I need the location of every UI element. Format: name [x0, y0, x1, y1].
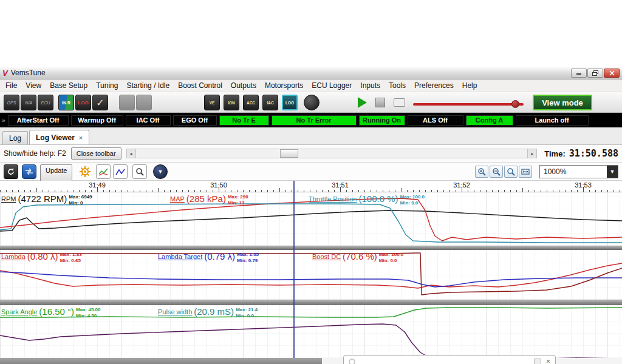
close-toolbar-button[interactable]: Close toolbar — [71, 147, 121, 160]
connect-icon[interactable] — [22, 164, 36, 179]
ecu-icon[interactable]: ECU — [38, 95, 53, 110]
menu-boost-control[interactable]: Boost Control — [174, 80, 227, 91]
menu-inputs[interactable]: Inputs — [356, 80, 384, 91]
maximize-button[interactable] — [587, 69, 603, 78]
minimize-button[interactable] — [571, 69, 587, 78]
ruler-tick — [547, 190, 547, 192]
signal-name[interactable]: Boost DC — [312, 251, 341, 260]
ruler-tick — [613, 190, 614, 192]
ve-table-icon[interactable]: VE — [204, 95, 220, 110]
graph-panel-1[interactable]: RPM(4722 RPM)Max: 6949Min: 0MAP(285 kPa)… — [0, 192, 622, 246]
chat-icon[interactable] — [394, 98, 405, 107]
signal-lambda[interactable]: Lambda(0.80 λ)Max: 1.83Min: 0.65 — [1, 251, 82, 263]
settings-gear-icon[interactable] — [78, 164, 92, 179]
scroll-right-icon[interactable]: ▸ — [527, 149, 536, 158]
signal-name[interactable]: RPM — [1, 194, 16, 203]
signal-name[interactable]: MAP — [170, 194, 185, 203]
ruler-tick — [541, 190, 541, 192]
graph-panel-3[interactable]: Spark Angle(16.50 °)Max: 45.00Min: 4.50P… — [0, 305, 622, 358]
view-mode-button[interactable]: View mode — [533, 95, 592, 110]
menu-outputs[interactable]: Outputs — [227, 80, 261, 91]
signal-name[interactable]: Spark Angle — [1, 306, 37, 315]
zoom-in-icon[interactable] — [475, 166, 488, 178]
signal-map[interactable]: MAP(285 kPa)Max: 290Min: 13 — [170, 194, 248, 206]
zoom-reset-icon[interactable] — [504, 166, 518, 178]
menu-help[interactable]: Help — [458, 80, 482, 91]
acc-table-icon[interactable]: ACC — [243, 95, 259, 110]
menu-base-setup[interactable]: Base Setup — [46, 80, 92, 91]
window-title: VemsTune — [11, 69, 46, 77]
popup-close-icon[interactable]: × — [546, 357, 550, 364]
tab-log[interactable]: Log — [2, 131, 28, 144]
menu-view[interactable]: View — [21, 80, 46, 91]
gauge-slider[interactable] — [413, 103, 524, 106]
log-icon[interactable]: LOG — [75, 95, 91, 110]
na-icon[interactable]: N/A — [21, 95, 36, 110]
stop-icon[interactable] — [375, 98, 385, 107]
title-bar[interactable]: V VemsTune — [0, 67, 622, 79]
iac-table-icon[interactable]: IAC — [262, 95, 278, 110]
signal-boost-dc[interactable]: Boost DC(70.6 %)Max: 100.0Min: 0.0 — [312, 251, 403, 263]
signal-value: (100.0 %) — [358, 194, 398, 204]
chart-icon-1[interactable] — [96, 164, 111, 179]
tab-close-icon[interactable]: × — [79, 134, 83, 141]
gauge-icon-2[interactable] — [136, 95, 152, 110]
menu-file[interactable]: File — [1, 80, 21, 91]
gauge-icon-1[interactable] — [119, 95, 135, 110]
menu-tools[interactable]: Tools — [384, 80, 410, 91]
signal-pulse-width[interactable]: Pulse width(20.9 mS)Max: 21.4Min: 0.0 — [158, 306, 258, 318]
signal-rpm[interactable]: RPM(4722 RPM)Max: 6949Min: 0 — [1, 194, 92, 206]
menu-tuning[interactable]: Tuning — [92, 80, 122, 91]
signal-lambda-target[interactable]: Lambda Target(0.79 λ)Max: 1.05Min: 0.79 — [158, 251, 259, 263]
close-button[interactable] — [604, 69, 620, 78]
bottom-splitter[interactable] — [0, 358, 322, 364]
display-inr-icon[interactable]: IN R — [58, 95, 74, 110]
popup-mini-icon[interactable] — [534, 359, 541, 364]
marker-jump-icon[interactable]: ▼ — [153, 164, 168, 179]
signal-name[interactable]: Pulse width — [158, 306, 192, 315]
zoom-out-icon[interactable] — [490, 166, 503, 178]
menu-ecu-logger[interactable]: ECU Logger — [307, 80, 356, 91]
panel-splitter-2[interactable] — [0, 300, 622, 305]
validate-icon[interactable]: ✓ — [92, 95, 108, 110]
signal-name[interactable]: Throttle Position — [309, 194, 357, 203]
slider-knob[interactable] — [511, 100, 519, 108]
scroll-left-icon[interactable]: ◂ — [127, 149, 136, 158]
ruler-tick — [213, 190, 213, 192]
search-icon[interactable] — [132, 164, 147, 179]
ruler-tick — [24, 190, 25, 192]
menu-preferences[interactable]: Preferences — [410, 80, 458, 91]
zoom-fit-icon[interactable] — [519, 166, 532, 178]
refresh-icon[interactable] — [4, 164, 18, 179]
time-cursor-line[interactable] — [293, 181, 295, 364]
ruler-tick — [279, 188, 280, 192]
ruler-tick — [328, 190, 329, 192]
zoom-level-select[interactable]: 1000% ▼ — [539, 165, 618, 178]
chart-icon-2[interactable] — [113, 164, 128, 179]
dropdown-arrow-icon[interactable]: ▼ — [607, 166, 618, 178]
horizontal-scrollbar[interactable]: ◂ ▸ — [126, 149, 538, 158]
signal-spark-angle[interactable]: Spark Angle(16.50 °)Max: 45.00Min: 4.50 — [1, 306, 101, 318]
ruler-tick — [67, 190, 67, 192]
ruler-tick — [407, 190, 408, 192]
graph-panel-2[interactable]: Lambda(0.80 λ)Max: 1.83Min: 0.65Lambda T… — [0, 250, 622, 300]
ign-table-icon[interactable]: IGN — [224, 95, 239, 110]
play-icon[interactable] — [358, 97, 367, 108]
time-ruler[interactable]: 31:4931:5031:5131:5231:53 — [0, 181, 622, 192]
ruler-tick — [468, 190, 468, 192]
log-viewer-icon[interactable]: LOG — [282, 95, 298, 110]
signal-throttle-position[interactable]: Throttle Position(100.0 %)Max: 100.0Min:… — [309, 194, 425, 206]
signal-value: (0.79 λ) — [204, 251, 235, 261]
menu-motorsports[interactable]: Motorsports — [261, 80, 307, 91]
tab-log-viewer[interactable]: Log Viewer× — [29, 130, 89, 144]
menu-starting-idle[interactable]: Starting / Idle — [122, 80, 174, 91]
gps-icon[interactable]: GPS — [4, 95, 19, 110]
motorsport-icon[interactable] — [304, 95, 320, 110]
signal-name[interactable]: Lambda Target — [158, 251, 202, 260]
panel-splitter-1[interactable] — [0, 246, 622, 250]
ruler-tick — [352, 190, 353, 192]
ruler-tick — [480, 190, 480, 192]
signal-name[interactable]: Lambda — [1, 251, 26, 260]
scrollbar-thumb[interactable] — [280, 149, 298, 158]
signal-value: (4722 RPM) — [18, 194, 67, 204]
